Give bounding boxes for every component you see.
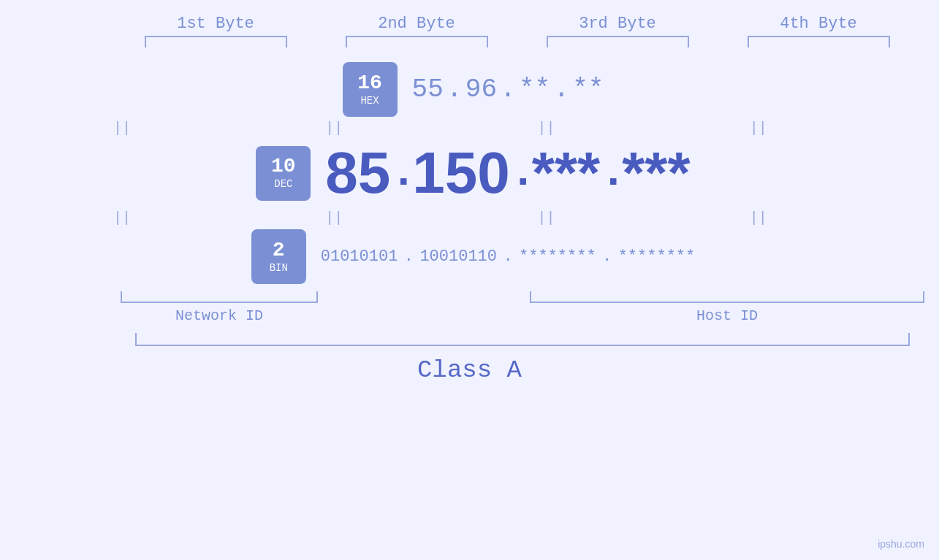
sep-5: || [49, 210, 195, 226]
hex-byte-3: ** [519, 74, 550, 104]
bin-dot-2: . [497, 248, 519, 266]
bin-badge-num: 2 [273, 240, 285, 261]
hex-badge-num: 16 [357, 73, 382, 93]
bracket-2 [346, 36, 488, 47]
dec-byte-4: *** [622, 139, 690, 207]
class-label: Class A [0, 356, 939, 384]
bin-byte-2: 10010110 [419, 248, 497, 266]
sep-7: || [474, 210, 620, 226]
sep-8: || [685, 210, 832, 226]
bottom-brackets [121, 291, 924, 303]
bin-row: 2 BIN 01010101 . 10010110 . ******** . *… [215, 229, 725, 284]
sep-3: || [474, 120, 620, 137]
hex-badge-label: HEX [360, 95, 379, 107]
hex-row: 16 HEX 55 . 96 . ** . ** [306, 62, 634, 117]
sep-4: || [685, 120, 832, 137]
hex-dot-1: . [444, 74, 465, 104]
hex-dot-2: . [497, 74, 519, 104]
hex-byte-2: 96 [465, 74, 497, 104]
dec-row: 10 DEC 85 . 150 . *** . *** [219, 139, 719, 207]
sep-row-1: || . || . || . || [35, 120, 905, 137]
bracket-4 [748, 36, 890, 47]
bin-badge-label: BIN [270, 262, 288, 274]
dec-badge-num: 10 [271, 156, 296, 177]
top-brackets [115, 36, 919, 47]
header-byte-3: 3rd Byte [544, 15, 691, 33]
dec-byte-2: 150 [412, 139, 509, 207]
bin-byte-3: ******** [519, 248, 596, 266]
bottom-bracket-section: Network ID Host ID [121, 291, 924, 324]
bin-badge: 2 BIN [251, 229, 306, 284]
sep-6: || [261, 210, 407, 226]
bin-byte-1: 01010101 [321, 248, 398, 266]
watermark: ipshu.com [878, 538, 924, 550]
hex-values: 55 . 96 . ** . ** [412, 74, 634, 104]
hex-dot-3: . [550, 74, 572, 104]
sep-row-2: || . || . || . || [35, 210, 905, 226]
sep-values-2: || . || . || . || [35, 210, 875, 226]
dec-badge-label: DEC [274, 178, 292, 190]
class-bracket [135, 333, 910, 346]
network-bracket [121, 291, 318, 303]
bracket-1 [145, 36, 287, 47]
dec-dot-3: . [600, 148, 622, 198]
sep-values-1: || . || . || . || [35, 120, 875, 137]
bin-values: 01010101 . 10010110 . ******** . *******… [321, 248, 725, 266]
dec-badge: 10 DEC [256, 146, 311, 201]
byte-headers: 1st Byte 2nd Byte 3rd Byte 4th Byte [115, 15, 919, 33]
hex-byte-4: ** [572, 74, 604, 104]
header-byte-4: 4th Byte [745, 15, 892, 33]
dec-values: 85 . 150 . *** . *** [325, 139, 719, 207]
bottom-labels: Network ID Host ID [121, 307, 924, 324]
network-id-label: Network ID [121, 307, 318, 324]
sep-1: || [49, 120, 195, 137]
bin-dot-1: . [398, 248, 419, 266]
dec-dot-2: . [510, 148, 532, 198]
host-id-label: Host ID [530, 307, 924, 324]
hex-byte-1: 55 [412, 74, 444, 104]
bin-dot-3: . [596, 248, 618, 266]
dec-byte-1: 85 [325, 139, 390, 207]
dec-byte-3: *** [532, 139, 600, 207]
bin-byte-4: ******** [618, 248, 696, 266]
header-byte-1: 1st Byte [142, 15, 289, 33]
header-byte-2: 2nd Byte [343, 15, 490, 33]
sep-2: || [261, 120, 407, 137]
bracket-3 [547, 36, 689, 47]
hex-badge: 16 HEX [343, 62, 398, 117]
dec-dot-1: . [390, 148, 412, 198]
main-container: 1st Byte 2nd Byte 3rd Byte 4th Byte 16 H… [0, 0, 939, 560]
host-bracket [530, 291, 924, 303]
